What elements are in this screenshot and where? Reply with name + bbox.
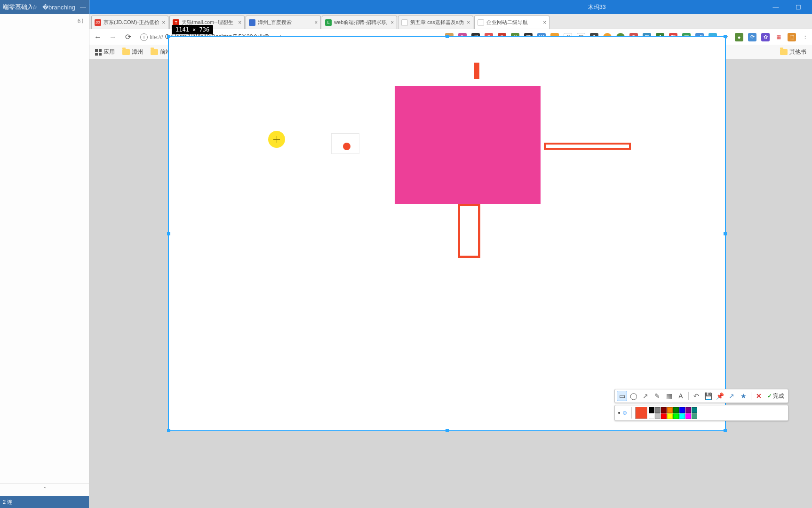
resize-handle[interactable]: [724, 232, 727, 235]
resize-handle[interactable]: [167, 232, 170, 235]
brush-size-small[interactable]: [618, 412, 620, 414]
folder-icon: [151, 49, 158, 55]
color-swatch[interactable]: [685, 407, 691, 413]
editor-panel: 端零基础入门 ☆ �branching — 6) ⌃ 2 连: [0, 0, 89, 508]
window-maximize-button[interactable]: ☐: [788, 1, 809, 13]
tab-title: web前端招聘-招聘求职: [334, 19, 388, 26]
resize-handle[interactable]: [446, 429, 449, 432]
tool-mosaic-button[interactable]: ▦: [664, 391, 674, 401]
url-prefix: file:///: [150, 34, 163, 40]
toolbar-separator: [631, 407, 632, 419]
nav-forward-button[interactable]: →: [107, 32, 119, 43]
color-swatch[interactable]: [655, 407, 661, 413]
browser-window: 木玛33 — ☐ ✕ 1141 × 736 JD 京东(JD.COM)-正品低价…: [89, 0, 812, 508]
tool-save-button[interactable]: 💾: [703, 391, 713, 401]
browser-menu-icon[interactable]: ⋮: [801, 33, 809, 41]
brush-size-medium[interactable]: [623, 411, 627, 415]
bookmark-folder[interactable]: 漳州: [119, 47, 146, 57]
tab-close-icon[interactable]: ×: [162, 19, 165, 26]
annotation-rect-small-top[interactable]: [474, 63, 479, 79]
tool-rectangle-button[interactable]: ▭: [617, 391, 627, 401]
browser-tab[interactable]: 第五章 css选择器及a伪 ×: [398, 16, 473, 29]
other-bookmarks[interactable]: 其他书: [777, 47, 809, 57]
window-minimize-button[interactable]: —: [765, 1, 787, 13]
tab-close-icon[interactable]: ×: [543, 19, 546, 26]
color-swatch[interactable]: [679, 413, 685, 419]
site-info-icon[interactable]: i: [140, 33, 148, 41]
ext-icon[interactable]: ▦: [774, 33, 783, 41]
tool-done-button[interactable]: ✓ 完成: [765, 392, 786, 400]
tool-ellipse-button[interactable]: ◯: [629, 391, 639, 401]
resize-handle[interactable]: [724, 35, 727, 38]
editor-title-icons: ☆ �branching —: [32, 4, 86, 11]
minimize-icon[interactable]: —: [80, 4, 86, 11]
color-swatch[interactable]: [685, 413, 691, 419]
nav-reload-button[interactable]: ⟳: [122, 32, 134, 43]
tab-title: 漳州_百度搜索: [258, 19, 312, 26]
annotation-rect-tall[interactable]: [458, 204, 480, 258]
apps-label: 应用: [103, 48, 115, 56]
favicon-icon: [249, 19, 255, 26]
browser-tab[interactable]: L web前端招聘-招聘求职 ×: [322, 16, 397, 29]
current-color-swatch[interactable]: [635, 407, 647, 419]
color-swatch[interactable]: [673, 407, 679, 413]
nav-back-button[interactable]: ←: [92, 32, 103, 43]
color-swatch[interactable]: [679, 407, 685, 413]
tool-arrow-button[interactable]: ↗: [640, 391, 651, 401]
apps-grid-icon: [95, 49, 102, 56]
annotation-red-dot[interactable]: [343, 143, 350, 150]
resize-handle[interactable]: [724, 429, 727, 432]
color-swatch[interactable]: [661, 413, 667, 419]
screenshot-selection[interactable]: [168, 36, 726, 431]
resize-handle[interactable]: [446, 35, 449, 38]
annotation-pink-box[interactable]: [395, 86, 541, 204]
color-swatch[interactable]: [692, 413, 697, 419]
done-label: 完成: [773, 392, 784, 400]
tool-pin-button[interactable]: 📌: [715, 391, 725, 401]
ext-icon[interactable]: ✿: [761, 33, 770, 41]
annotation-rect-wide[interactable]: [544, 143, 631, 150]
color-swatch[interactable]: [667, 413, 673, 419]
color-swatch[interactable]: [692, 407, 697, 413]
color-swatch[interactable]: [649, 413, 654, 419]
browser-tab-active[interactable]: 企业网站二级导航 ×: [474, 16, 549, 29]
ext-icon[interactable]: ⬚: [788, 33, 796, 41]
tool-undo-button[interactable]: ↶: [691, 391, 701, 401]
browser-user-label[interactable]: 木玛33: [588, 3, 605, 11]
ext-icon[interactable]: ●: [735, 33, 743, 41]
tool-cancel-button[interactable]: ✕: [754, 391, 764, 401]
tab-title: 企业网站二级导航: [486, 19, 541, 26]
apps-button[interactable]: 应用: [92, 47, 118, 57]
share-icon[interactable]: �branching: [42, 4, 75, 11]
tool-favorite-button[interactable]: ★: [738, 391, 748, 401]
page-viewport: ▭ ◯ ↗ ✎ ▦ A ↶ 💾 📌 ↗ ★ ✕ ✓ 完成: [89, 59, 812, 508]
tool-text-button[interactable]: A: [676, 391, 686, 401]
color-swatch[interactable]: [649, 407, 654, 413]
browser-tab[interactable]: JD 京东(JD.COM)-正品低价 ×: [91, 16, 168, 29]
color-swatch[interactable]: [655, 413, 661, 419]
tab-close-icon[interactable]: ×: [314, 19, 318, 26]
resize-handle[interactable]: [167, 429, 170, 432]
editor-collapse-handle[interactable]: ⌃: [0, 484, 89, 494]
screenshot-colors-row: [614, 405, 788, 421]
tab-close-icon[interactable]: ×: [467, 19, 470, 26]
ext-icon[interactable]: ⟳: [748, 33, 756, 41]
color-swatch[interactable]: [667, 407, 673, 413]
pin-icon[interactable]: ☆: [32, 4, 38, 11]
tool-pen-button[interactable]: ✎: [652, 391, 662, 401]
folder-icon: [780, 49, 788, 55]
color-swatch[interactable]: [673, 413, 679, 419]
toolbar-separator: [751, 392, 751, 400]
tab-title: 京东(JD.COM)-正品低价: [103, 19, 159, 26]
screenshot-toolbar: ▭ ◯ ↗ ✎ ▦ A ↶ 💾 📌 ↗ ★ ✕ ✓ 完成: [614, 389, 788, 421]
browser-tab[interactable]: 漳州_百度搜索 ×: [246, 16, 321, 29]
brush-size-picker: [617, 411, 628, 415]
tool-share-button[interactable]: ↗: [726, 391, 737, 401]
editor-titlebar: 端零基础入门 ☆ �branching —: [0, 0, 89, 14]
editor-statusbar: 2 连: [0, 496, 89, 508]
editor-line-number: 6): [78, 18, 84, 24]
tab-close-icon[interactable]: ×: [238, 19, 241, 26]
tab-close-icon[interactable]: ×: [390, 19, 394, 26]
resize-handle[interactable]: [167, 35, 170, 38]
color-swatch[interactable]: [661, 407, 667, 413]
